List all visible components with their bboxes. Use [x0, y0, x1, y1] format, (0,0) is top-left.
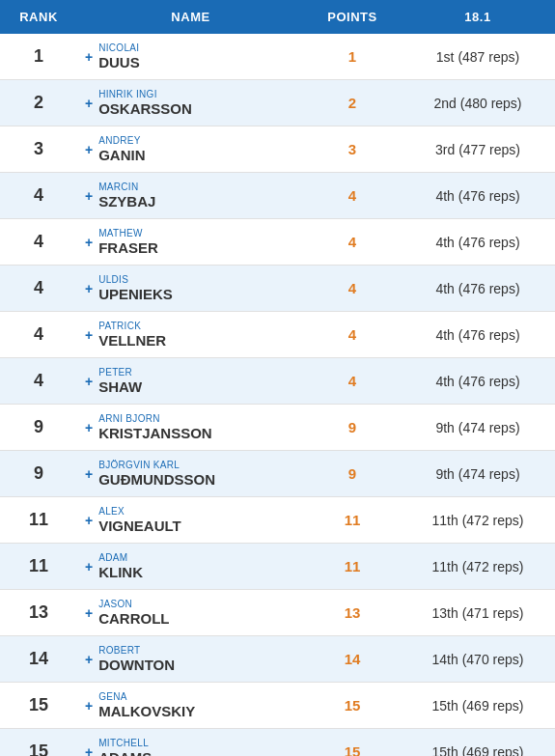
expand-icon[interactable]: + [85, 188, 93, 204]
athlete-first-name: ARNI BJORN [98, 413, 212, 425]
name-block: NICOLAI DUUS [98, 42, 140, 71]
table-row: 2 + HINRIK INGI OSKARSSON 2 2nd (480 rep… [0, 80, 555, 126]
table-header: RANK NAME POINTS 18.1 [0, 0, 555, 34]
event-result-cell: 4th (476 reps) [401, 322, 555, 349]
table-body: 1 + NICOLAI DUUS 1 1st (487 reps) 2 + HI… [0, 34, 555, 756]
expand-icon[interactable]: + [85, 698, 93, 714]
name-block: JASON CARROLL [98, 599, 169, 628]
expand-icon[interactable]: + [85, 374, 93, 389]
athlete-last-name: DUUS [98, 54, 140, 71]
name-cell: + ULDIS UPENIEKS [77, 268, 304, 309]
points-cell: 4 [304, 321, 401, 349]
rank-cell: 9 [0, 458, 77, 490]
athlete-last-name: MALKOVSKIY [98, 703, 195, 720]
table-row: 4 + PATRICK VELLNER 4 4th (476 reps) [0, 312, 555, 358]
name-cell: + ALEX VIGNEAULT [77, 500, 304, 541]
event-result-cell: 4th (476 reps) [401, 368, 555, 395]
rank-cell: 4 [0, 319, 77, 350]
expand-icon[interactable]: + [85, 142, 93, 157]
rank-cell: 15 [0, 736, 77, 756]
athlete-first-name: ALEX [98, 506, 181, 518]
table-row: 15 + MITCHELL ADAMS 15 15th (469 reps) [0, 729, 555, 756]
athlete-last-name: UPENIEKS [98, 286, 173, 303]
header-name: NAME [77, 0, 304, 34]
table-row: 14 + ROBERT DOWNTON 14 14th (470 reps) [0, 636, 555, 683]
rank-cell: 13 [0, 597, 77, 629]
expand-icon[interactable]: + [85, 281, 93, 296]
name-cell: + PETER SHAW [77, 361, 304, 402]
expand-icon[interactable]: + [85, 652, 93, 667]
name-cell: + PATRICK VELLNER [77, 315, 304, 355]
expand-icon[interactable]: + [85, 327, 93, 343]
name-block: ADAM KLINK [98, 552, 143, 581]
name-cell: + BJÖRGVIN KARL GUÐMUNDSSON [77, 454, 304, 494]
athlete-last-name: KLINK [98, 564, 143, 581]
points-cell: 9 [304, 413, 401, 441]
name-cell: + MARCIN SZYBAJ [77, 176, 304, 216]
event-result-cell: 1st (487 reps) [401, 43, 555, 70]
event-result-cell: 4th (476 reps) [401, 229, 555, 256]
expand-icon[interactable]: + [85, 235, 93, 250]
table-row: 13 + JASON CARROLL 13 13th (471 reps) [0, 590, 555, 636]
expand-icon[interactable]: + [85, 744, 93, 757]
athlete-first-name: GENA [98, 691, 195, 703]
table-row: 4 + PETER SHAW 4 4th (476 reps) [0, 358, 555, 405]
name-cell: + HINRIK INGI OSKARSSON [77, 83, 304, 124]
athlete-last-name: OSKARSSON [98, 100, 192, 118]
name-block: BJÖRGVIN KARL GUÐMUNDSSON [98, 460, 215, 489]
points-cell: 9 [304, 460, 401, 488]
name-block: ANDREY GANIN [98, 135, 145, 164]
table-row: 11 + ALEX VIGNEAULT 11 11th (472 reps) [0, 497, 555, 544]
event-result-cell: 2nd (480 reps) [401, 90, 555, 117]
points-cell: 11 [304, 506, 401, 534]
expand-icon[interactable]: + [85, 559, 93, 574]
event-result-cell: 9th (474 reps) [401, 414, 555, 441]
name-cell: + ROBERT DOWNTON [77, 639, 304, 680]
expand-icon[interactable]: + [85, 420, 93, 435]
name-cell: + MATHEW FRASER [77, 222, 304, 263]
expand-icon[interactable]: + [85, 466, 93, 482]
points-cell: 15 [304, 738, 401, 756]
rank-cell: 4 [0, 272, 77, 304]
athlete-last-name: GUÐMUNDSSON [98, 471, 215, 489]
expand-icon[interactable]: + [85, 513, 93, 528]
name-cell: + GENA MALKOVSKIY [77, 686, 304, 726]
expand-icon[interactable]: + [85, 605, 93, 621]
athlete-first-name: ADAM [98, 552, 143, 564]
name-cell: + ADAM KLINK [77, 546, 304, 587]
name-block: PETER SHAW [98, 367, 142, 396]
name-cell: + JASON CARROLL [77, 593, 304, 633]
athlete-last-name: DOWNTON [98, 657, 175, 674]
athlete-first-name: PATRICK [98, 321, 166, 332]
event-result-cell: 3rd (477 reps) [401, 136, 555, 163]
name-block: HINRIK INGI OSKARSSON [98, 89, 192, 118]
rank-cell: 2 [0, 87, 77, 119]
athlete-first-name: MATHEW [98, 228, 158, 239]
points-cell: 1 [304, 42, 401, 70]
points-cell: 11 [304, 552, 401, 580]
athlete-last-name: CARROLL [98, 610, 169, 628]
table-row: 9 + BJÖRGVIN KARL GUÐMUNDSSON 9 9th (474… [0, 451, 555, 497]
event-result-cell: 13th (471 reps) [401, 600, 555, 627]
athlete-last-name: SHAW [98, 378, 142, 396]
event-result-cell: 9th (474 reps) [401, 461, 555, 488]
expand-icon[interactable]: + [85, 49, 93, 65]
athlete-last-name: SZYBAJ [98, 193, 155, 210]
header-points: POINTS [304, 0, 401, 34]
expand-icon[interactable]: + [85, 96, 93, 111]
rank-cell: 1 [0, 41, 77, 72]
event-result-cell: 15th (469 reps) [401, 692, 555, 719]
points-cell: 2 [304, 89, 401, 117]
rank-cell: 4 [0, 180, 77, 211]
athlete-first-name: MARCIN [98, 182, 155, 193]
points-cell: 13 [304, 599, 401, 627]
rank-cell: 14 [0, 643, 77, 675]
athlete-first-name: NICOLAI [98, 42, 140, 54]
name-block: ALEX VIGNEAULT [98, 506, 181, 535]
points-cell: 4 [304, 274, 401, 302]
athlete-first-name: HINRIK INGI [98, 89, 192, 100]
event-result-cell: 4th (476 reps) [401, 275, 555, 302]
event-result-cell: 4th (476 reps) [401, 182, 555, 210]
event-result-cell: 11th (472 reps) [401, 507, 555, 534]
name-block: ROBERT DOWNTON [98, 645, 175, 674]
